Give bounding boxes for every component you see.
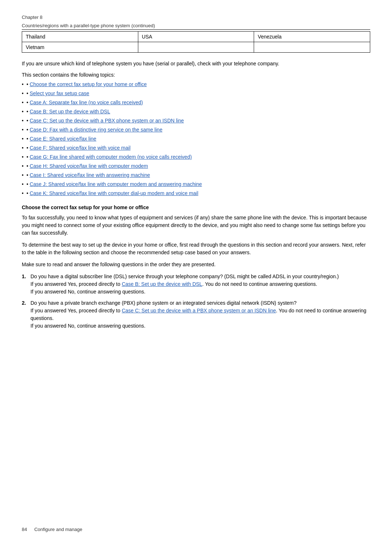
- item-2-line2-prefix: If you answered Yes, proceed directly to: [30, 308, 122, 313]
- table-cell: USA: [138, 32, 254, 42]
- list-item: • Case G: Fax line shared with computer …: [22, 153, 370, 161]
- table-section: Countries/regions with a parallel-type p…: [22, 23, 370, 53]
- table-row: Thailand USA Venezuela: [22, 32, 370, 42]
- footer-text: Configure and manage: [34, 527, 82, 532]
- bullet: •: [26, 162, 30, 170]
- list-item: • Case I: Shared voice/fax line with ans…: [22, 171, 370, 179]
- bullet: •: [26, 135, 30, 143]
- section-paragraph-3: Make sure to read and answer the followi…: [22, 261, 370, 268]
- item-1-case-b-link[interactable]: Case B: Set up the device with DSL: [122, 281, 202, 287]
- item-2-line1: Do you have a private branch exchange (P…: [30, 300, 297, 306]
- topic-link-11[interactable]: Case J: Shared voice/fax line with compu…: [30, 181, 202, 188]
- topic-link-3[interactable]: Case B: Set up the device with DSL: [30, 108, 110, 116]
- item-1-line2-suffix: . You do not need to continue answering …: [202, 281, 317, 287]
- table-cell: [138, 42, 254, 53]
- topic-link-9[interactable]: Case H: Shared voice/fax line with compu…: [30, 162, 148, 170]
- numbered-item-1: 1. Do you have a digital subscriber line…: [22, 273, 370, 296]
- numbered-item-1-content: Do you have a digital subscriber line (D…: [30, 273, 370, 296]
- list-item: • Case F: Shared voice/fax line with voi…: [22, 144, 370, 152]
- topic-link-12[interactable]: Case K: Shared voice/fax line with compu…: [30, 190, 199, 197]
- topic-link-10[interactable]: Case I: Shared voice/fax line with answe…: [30, 171, 150, 179]
- list-item: • Case C: Set up the device with a PBX p…: [22, 117, 370, 125]
- topic-link-0[interactable]: Choose the correct fax setup for your ho…: [30, 81, 147, 88]
- bullet: •: [26, 90, 30, 97]
- topic-link-4[interactable]: Case C: Set up the device with a PBX pho…: [30, 117, 184, 125]
- table-cell: Venezuela: [254, 32, 370, 42]
- table-cell: Vietnam: [22, 42, 138, 53]
- list-item: • Case D: Fax with a distinctive ring se…: [22, 126, 370, 134]
- item-1-line1: Do you have a digital subscriber line (D…: [30, 273, 339, 279]
- bullet: •: [26, 171, 30, 179]
- list-item: • Select your fax setup case: [22, 90, 370, 97]
- bullet: •: [26, 117, 30, 125]
- topics-label: This section contains the following topi…: [22, 72, 370, 78]
- numbered-list: 1. Do you have a digital subscriber line…: [22, 273, 370, 330]
- bullet: •: [26, 126, 30, 134]
- table-row: Vietnam: [22, 42, 370, 53]
- bullet: •: [26, 181, 30, 188]
- list-item: • Choose the correct fax setup for your …: [22, 81, 370, 88]
- list-item: • Case H: Shared voice/fax line with com…: [22, 162, 370, 170]
- item-2-case-c-link[interactable]: Case C: Set up the device with a PBX pho…: [122, 308, 276, 313]
- section-heading: Choose the correct fax setup for your ho…: [22, 204, 370, 210]
- list-item: • Case K: Shared voice/fax line with com…: [22, 190, 370, 197]
- section-paragraph-1: To fax successfully, you need to know wh…: [22, 214, 370, 237]
- topic-link-7[interactable]: Case F: Shared voice/fax line with voice…: [30, 144, 131, 152]
- list-item: • Case E: Shared voice/fax line: [22, 135, 370, 143]
- bullet: •: [26, 81, 30, 88]
- item-1-line3: If you answered No, continue answering q…: [30, 289, 146, 295]
- bullet: •: [26, 99, 30, 106]
- bullet: •: [26, 190, 30, 197]
- topic-link-5[interactable]: Case D: Fax with a distinctive ring serv…: [30, 126, 163, 134]
- table-caption: Countries/regions with a parallel-type p…: [22, 23, 370, 30]
- intro-paragraph-1: If you are unsure which kind of telephon…: [22, 60, 370, 68]
- table-cell: Thailand: [22, 32, 138, 42]
- topics-list: • Choose the correct fax setup for your …: [22, 81, 370, 197]
- item-1-line2-prefix: If you answered Yes, proceed directly to: [30, 281, 122, 287]
- numbered-item-2: 2. Do you have a private branch exchange…: [22, 299, 370, 330]
- table-cell: [254, 42, 370, 53]
- bullet: •: [26, 144, 30, 152]
- list-item: • Case A: Separate fax line (no voice ca…: [22, 99, 370, 106]
- number-1: 1.: [22, 273, 28, 280]
- numbered-item-2-content: Do you have a private branch exchange (P…: [30, 299, 370, 330]
- list-item: • Case J: Shared voice/fax line with com…: [22, 181, 370, 188]
- bullet: •: [26, 108, 30, 116]
- chapter-header: Chapter 8: [22, 15, 370, 20]
- countries-table: Thailand USA Venezuela Vietnam: [22, 31, 370, 53]
- number-2: 2.: [22, 299, 28, 307]
- content-area: If you are unsure which kind of telephon…: [22, 60, 370, 330]
- topic-link-2[interactable]: Case A: Separate fax line (no voice call…: [30, 99, 143, 106]
- topic-link-1[interactable]: Select your fax setup case: [30, 90, 89, 97]
- footer-page-number: 84: [22, 527, 27, 532]
- topic-link-6[interactable]: Case E: Shared voice/fax line: [30, 135, 97, 143]
- bullet: •: [26, 153, 30, 161]
- footer: 84 Configure and manage: [22, 527, 370, 532]
- topic-link-8[interactable]: Case G: Fax line shared with computer mo…: [30, 153, 192, 161]
- list-item: • Case B: Set up the device with DSL: [22, 108, 370, 116]
- item-2-line3: If you answered No, continue answering q…: [30, 323, 146, 329]
- section-paragraph-2: To determine the best way to set up the …: [22, 241, 370, 256]
